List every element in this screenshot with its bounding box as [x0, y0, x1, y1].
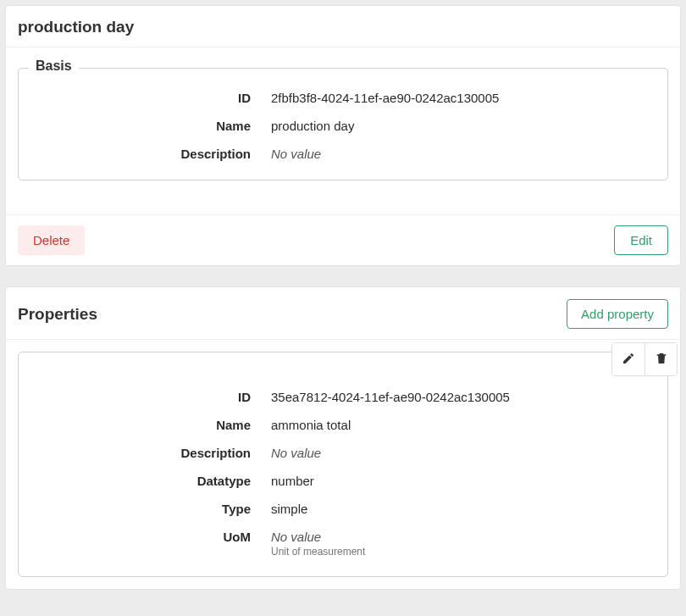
- property-row-description: Description No value: [32, 439, 654, 467]
- edit-button[interactable]: Edit: [614, 225, 668, 255]
- property-item-actions: [611, 342, 678, 376]
- basis-label-id: ID: [32, 91, 271, 105]
- add-property-button[interactable]: Add property: [567, 299, 668, 329]
- property-row-name: Name ammonia total: [32, 411, 654, 439]
- basis-label-name: Name: [32, 119, 271, 133]
- basis-fieldset: Basis ID 2fbfb3f8-4024-11ef-ae90-0242ac1…: [18, 68, 668, 180]
- property-label-datatype: Datatype: [32, 474, 271, 488]
- property-label-description: Description: [32, 446, 271, 460]
- property-value-id: 35ea7812-4024-11ef-ae90-0242ac130005: [271, 390, 654, 404]
- property-value-datatype: number: [271, 474, 654, 488]
- entity-title: production day: [18, 18, 134, 36]
- property-row-type: Type simple: [32, 495, 654, 523]
- property-label-id: ID: [32, 390, 271, 404]
- property-item: ID 35ea7812-4024-11ef-ae90-0242ac130005 …: [18, 352, 668, 577]
- property-label-name: Name: [32, 418, 271, 432]
- property-row-datatype: Datatype number: [32, 467, 654, 495]
- basis-label-description: Description: [32, 147, 271, 161]
- edit-icon: [622, 352, 635, 368]
- basis-legend: Basis: [29, 58, 79, 74]
- basis-row-description: Description No value: [32, 140, 654, 168]
- property-label-type: Type: [32, 502, 271, 516]
- basis-value-name: production day: [271, 119, 654, 133]
- delete-button[interactable]: Delete: [18, 225, 85, 255]
- properties-title: Properties: [18, 305, 97, 324]
- property-row-uom: UoM No value Unit of measurement: [32, 523, 654, 564]
- entity-card-body: Basis ID 2fbfb3f8-4024-11ef-ae90-0242ac1…: [6, 47, 680, 214]
- basis-row-name: Name production day: [32, 112, 654, 140]
- basis-row-id: ID 2fbfb3f8-4024-11ef-ae90-0242ac130005: [32, 84, 654, 112]
- entity-card-footer: Delete Edit: [6, 214, 680, 265]
- delete-property-button[interactable]: [645, 343, 677, 375]
- property-value-uom: No value Unit of measurement: [271, 530, 654, 558]
- properties-card-header: Properties Add property: [6, 287, 680, 340]
- entity-card-header: production day: [6, 6, 680, 47]
- property-uom-subtitle: Unit of measurement: [271, 546, 654, 558]
- properties-card: Properties Add property ID 35ea7812-4024…: [5, 286, 681, 590]
- basis-value-id: 2fbfb3f8-4024-11ef-ae90-0242ac130005: [271, 91, 654, 105]
- edit-property-button[interactable]: [612, 343, 645, 375]
- property-value-description: No value: [271, 446, 654, 460]
- property-label-uom: UoM: [32, 530, 271, 544]
- entity-card: production day Basis ID 2fbfb3f8-4024-11…: [5, 5, 681, 266]
- basis-value-description: No value: [271, 147, 654, 161]
- property-value-name: ammonia total: [271, 418, 654, 432]
- property-row-id: ID 35ea7812-4024-11ef-ae90-0242ac130005: [32, 383, 654, 411]
- property-value-type: simple: [271, 502, 654, 516]
- trash-icon: [655, 352, 668, 368]
